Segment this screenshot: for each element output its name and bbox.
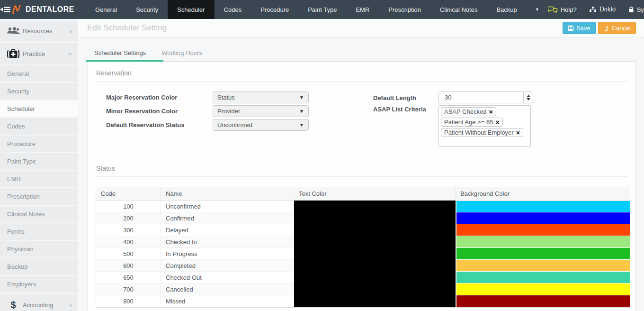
text-color-swatch[interactable] bbox=[294, 272, 456, 284]
table-row[interactable]: 700Cancelled bbox=[96, 284, 630, 295]
spinner-down-icon bbox=[527, 98, 530, 101]
table-row[interactable]: 800Missed bbox=[96, 295, 630, 307]
sidebar-item-general[interactable]: General bbox=[0, 65, 78, 83]
nav-menu: GeneralSecuritySchedulerCodesProcedurePa… bbox=[86, 0, 527, 19]
status-name: Checked In bbox=[161, 236, 294, 248]
sidebar-item-clinical-notes[interactable]: Clinical Notes bbox=[0, 206, 78, 223]
text-color-swatch[interactable] bbox=[294, 224, 456, 236]
sidebar-item-physician[interactable]: Physician bbox=[0, 241, 78, 258]
dollar-icon: $ bbox=[6, 300, 21, 311]
tag-remove-icon[interactable]: × bbox=[516, 129, 520, 136]
tag-remove-icon[interactable]: × bbox=[489, 109, 492, 115]
text-color-swatch[interactable] bbox=[294, 248, 456, 260]
sidebar-group-label: Resources bbox=[23, 27, 52, 35]
nav-item-backup[interactable]: Backup bbox=[487, 0, 526, 19]
sidebar-item-paint-type[interactable]: Paint Type bbox=[0, 153, 78, 171]
sidebar-item-prescription[interactable]: Prescription bbox=[0, 188, 78, 206]
sidebar-group-practice[interactable]: Practice › bbox=[0, 42, 78, 65]
table-row[interactable]: 200Confirmed bbox=[96, 212, 630, 224]
nav-item-codes[interactable]: Codes bbox=[215, 0, 251, 19]
reservation-section-title: Reservation bbox=[96, 68, 628, 82]
status-code: 800 bbox=[96, 295, 161, 307]
text-color-swatch[interactable] bbox=[294, 212, 456, 224]
background-color-cell[interactable] bbox=[456, 248, 630, 260]
status-code: 200 bbox=[96, 212, 161, 224]
brand-logo[interactable]: DENTALORE bbox=[11, 0, 86, 19]
sidebar-group-label: Practice bbox=[23, 50, 45, 57]
nav-item-scheduler[interactable]: Scheduler bbox=[168, 0, 215, 19]
background-color-swatch bbox=[456, 284, 630, 295]
background-color-cell[interactable] bbox=[456, 284, 630, 295]
floppy-disk-icon bbox=[568, 25, 574, 31]
number-spinner[interactable] bbox=[523, 92, 533, 103]
nav-item-emr[interactable]: EMR bbox=[346, 0, 379, 19]
nav-item-paint-type[interactable]: Paint Type bbox=[298, 0, 346, 19]
status-code: 600 bbox=[96, 260, 161, 272]
column-header-text-color: Text Color bbox=[294, 187, 456, 201]
save-button[interactable]: Save bbox=[563, 22, 596, 34]
sidebar-item-procedure[interactable]: Procedure bbox=[0, 136, 78, 153]
nav-more-caret-icon[interactable]: ▼ bbox=[527, 0, 548, 19]
background-color-cell[interactable] bbox=[456, 224, 630, 236]
background-color-cell[interactable] bbox=[456, 260, 630, 272]
minor-reservation-color-select[interactable]: Provider ▼ bbox=[213, 105, 309, 117]
table-row[interactable]: 500In Progress bbox=[96, 248, 630, 260]
table-row[interactable]: 650Checked Out bbox=[96, 272, 630, 284]
sidebar-item-backup[interactable]: Backup bbox=[0, 258, 78, 276]
default-reservation-status-label: Default Reservation Status bbox=[106, 121, 213, 128]
sidebar-item-codes[interactable]: Codes bbox=[0, 118, 78, 136]
background-color-cell[interactable] bbox=[456, 272, 630, 284]
status-name: Checked Out bbox=[161, 272, 294, 284]
cancel-button[interactable]: Cancel bbox=[598, 22, 636, 34]
status-name: Cancelled bbox=[161, 284, 294, 295]
minor-reservation-color-label: Minor Reservation Color bbox=[106, 108, 213, 115]
table-row[interactable]: 100Unconfirmed bbox=[96, 201, 630, 212]
background-color-cell[interactable] bbox=[456, 236, 630, 248]
dokki-button[interactable]: Dokki bbox=[589, 6, 616, 13]
tag-remove-icon[interactable]: × bbox=[495, 119, 499, 126]
medical-bag-icon bbox=[6, 48, 21, 60]
status-table: CodeNameText ColorBackground Color 100Un… bbox=[96, 187, 630, 308]
nav-item-security[interactable]: Security bbox=[126, 0, 168, 19]
background-color-cell[interactable] bbox=[456, 201, 630, 212]
text-color-swatch[interactable] bbox=[294, 284, 456, 295]
help-label: Help? bbox=[561, 6, 577, 13]
status-code: 500 bbox=[96, 248, 161, 260]
sidebar-collapse-button[interactable] bbox=[0, 0, 11, 19]
sidebar-group-accounting[interactable]: $ Accounting › bbox=[0, 293, 78, 311]
column-header-code: Code bbox=[96, 187, 161, 201]
text-color-swatch[interactable] bbox=[294, 201, 456, 212]
default-reservation-status-select[interactable]: Unconfirmed ▼ bbox=[213, 119, 309, 131]
sidebar-group-resources[interactable]: Resources › bbox=[0, 19, 78, 42]
sidebar-item-forms[interactable]: Forms bbox=[0, 223, 78, 241]
sidebar-item-emr[interactable]: EMR bbox=[0, 171, 78, 188]
background-color-cell[interactable] bbox=[456, 295, 630, 307]
stray-dot: . bbox=[100, 152, 628, 159]
tab-working-hours[interactable]: Working Hours bbox=[155, 45, 211, 61]
tab-scheduler-settings[interactable]: Scheduler Settings bbox=[88, 45, 155, 61]
nav-item-clinical-notes[interactable]: Clinical Notes bbox=[430, 0, 487, 19]
sidebar-item-scheduler[interactable]: Scheduler bbox=[0, 101, 78, 118]
text-color-swatch[interactable] bbox=[294, 295, 456, 307]
page-header: Edit Scheduler Setting Save Cancel bbox=[78, 19, 644, 37]
sidebar-item-security[interactable]: Security bbox=[0, 83, 78, 101]
background-color-cell[interactable] bbox=[456, 212, 630, 224]
table-row[interactable]: 300Delayed bbox=[96, 224, 630, 236]
chevron-down-icon: › bbox=[67, 53, 74, 55]
table-row[interactable]: 400Checked In bbox=[96, 236, 630, 248]
nav-item-general[interactable]: General bbox=[86, 0, 126, 19]
table-row[interactable]: 600Completed bbox=[96, 260, 630, 272]
major-reservation-color-label: Major Reservation Color bbox=[106, 94, 213, 101]
major-reservation-color-select[interactable]: Status ▼ bbox=[213, 91, 309, 103]
default-length-input[interactable]: 30 bbox=[438, 91, 533, 103]
nav-item-procedure[interactable]: Procedure bbox=[251, 0, 298, 19]
text-color-swatch[interactable] bbox=[294, 236, 456, 248]
sidebar-item-employers[interactable]: Employers bbox=[0, 276, 78, 293]
status-name: Unconfirmed bbox=[161, 201, 294, 212]
nav-item-prescription[interactable]: Prescription bbox=[379, 0, 430, 19]
reservation-form: Major Reservation Color Status ▼ Minor R… bbox=[96, 91, 628, 149]
user-menu[interactable]: System Administrator ▼ bbox=[628, 6, 644, 13]
text-color-swatch[interactable] bbox=[294, 260, 456, 272]
asap-criteria-tagbox[interactable]: ASAP Checked×Patient Age >= 65×Patient W… bbox=[438, 105, 531, 147]
help-button[interactable]: Help? bbox=[548, 6, 577, 14]
